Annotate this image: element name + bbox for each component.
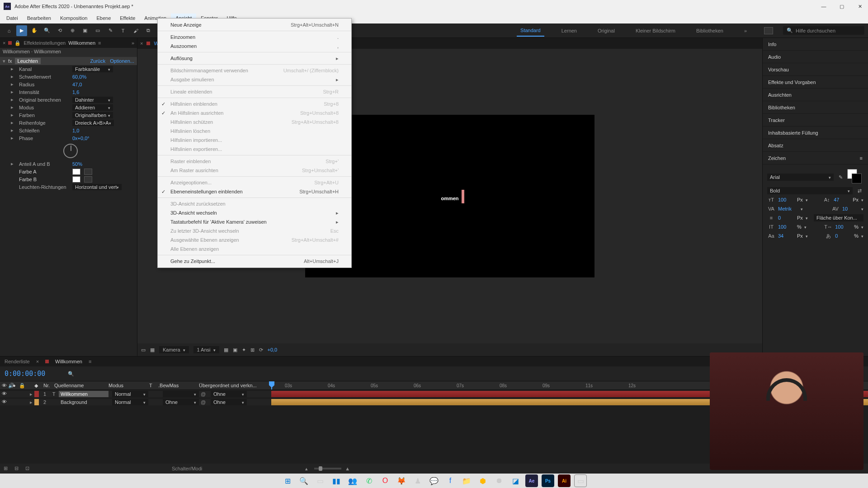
rect-tool-icon[interactable]: ▭ — [92, 25, 103, 36]
effect-options[interactable]: Optionen... — [110, 58, 134, 64]
timecode[interactable]: 0:00:00:00 — [5, 370, 45, 378]
panel-effekte-und-vorgaben[interactable]: Effekte und Vorgaben — [763, 76, 868, 89]
vc-mask-icon[interactable]: ▣ — [233, 347, 237, 353]
tab-effekteinstellungen[interactable]: Effekteinstellungen — [24, 40, 66, 46]
prop-value[interactable]: 1,6 — [72, 89, 79, 95]
menu-bearbeiten[interactable]: Bearbeiten — [23, 14, 56, 23]
vc-pixel-icon[interactable]: ⊞ — [250, 347, 255, 353]
panel-info[interactable]: Info — [763, 38, 868, 51]
panel-inhaltsbasierte-füllung[interactable]: Inhaltsbasierte Füllung — [763, 127, 868, 139]
font-size-value[interactable]: 100 — [778, 197, 794, 202]
workspace-grid-icon[interactable] — [764, 27, 773, 34]
blend-mode-dd[interactable]: Normal — [112, 391, 148, 397]
label-color[interactable] — [34, 399, 39, 405]
vscale-value[interactable]: 100 — [778, 224, 794, 230]
app3-icon[interactable]: ▭ — [574, 474, 587, 487]
parent-pickwhip-icon[interactable]: @ — [201, 391, 207, 397]
facebook-icon[interactable]: f — [444, 474, 457, 487]
messenger-icon[interactable]: 💬 — [428, 474, 440, 487]
vscode-icon[interactable]: ◪ — [509, 474, 522, 487]
minimize-button[interactable]: — — [819, 2, 828, 11]
parent-dd[interactable]: Ohne — [211, 391, 247, 397]
blend-mode-dd[interactable]: Normal — [112, 399, 148, 405]
panel-absatz[interactable]: Absatz — [763, 139, 868, 152]
prop-richtungen-dd[interactable]: Horizontal und vert — [72, 184, 122, 190]
close-button[interactable]: ✕ — [855, 2, 864, 11]
eyedropper-a-icon[interactable] — [84, 169, 92, 175]
tl-tab-renderliste[interactable]: Renderliste — [5, 359, 30, 364]
font-family-dd[interactable]: Arial — [767, 174, 834, 181]
tl-zoom-slider[interactable] — [314, 468, 341, 469]
menu-item[interactable]: Tastaturbefehl für 'Aktive Kamera' zuwei… — [158, 217, 351, 226]
trkmat-dd[interactable] — [163, 391, 199, 397]
phase-dial[interactable] — [63, 144, 78, 158]
orbit-tool-icon[interactable]: ⟲ — [54, 25, 65, 36]
anchor-tool-icon[interactable]: ▣ — [80, 25, 90, 36]
rotate-tool-icon[interactable]: ⊕ — [67, 25, 78, 36]
workspace-overflow-icon[interactable]: » — [741, 25, 750, 36]
menu-item[interactable]: ✓Ebeneneinstellungen einblendenStrg+Umsc… — [158, 187, 351, 196]
whatsapp-icon[interactable]: ✆ — [363, 474, 375, 487]
home-icon[interactable]: ⌂ — [4, 25, 14, 36]
taskbar-search-icon[interactable]: 🔍 — [297, 474, 310, 487]
tl-tab-close-icon[interactable]: × — [36, 359, 39, 364]
tab-willkommen[interactable]: Willkommen — [68, 40, 95, 46]
panel-tracker[interactable]: Tracker — [763, 114, 868, 127]
prop-anteil-value[interactable]: 50% — [72, 161, 82, 167]
text-tool-icon[interactable]: T — [118, 25, 128, 36]
swap-colors-icon[interactable]: ⇄ — [855, 187, 863, 194]
taskview-icon[interactable]: ▭ — [314, 474, 326, 487]
zoom-tool-icon[interactable]: 🔍 — [42, 25, 52, 36]
parent-pickwhip-icon[interactable]: @ — [201, 399, 207, 405]
selection-tool-icon[interactable]: ▶ — [16, 25, 27, 36]
col-speaker-icon[interactable]: 🔊 — [8, 383, 13, 389]
prop-dropdown[interactable]: Farbkanäle — [72, 66, 113, 72]
menu-item[interactable]: Auflösung▸ — [158, 54, 351, 63]
col-eye-icon[interactable]: 👁 — [2, 383, 6, 388]
vc-grid-icon[interactable]: ▦ — [224, 347, 228, 353]
visibility-toggle[interactable]: 👁 — [2, 399, 8, 405]
effect-reset[interactable]: Zurück — [90, 58, 106, 64]
widgets-icon[interactable]: ▮▮ — [330, 474, 343, 487]
menu-ebene[interactable]: Ebene — [92, 14, 115, 23]
menu-item[interactable]: Neue AnzeigeStrg+Alt+Umschalt+N — [158, 20, 351, 29]
clone-tool-icon[interactable]: ⧉ — [143, 25, 154, 36]
tracking-value[interactable]: 10 — [842, 206, 859, 211]
tl-zoom-in-icon[interactable]: ▲ — [345, 466, 350, 471]
prop-value[interactable]: 47,0 — [72, 82, 82, 87]
opera-icon[interactable]: O — [379, 474, 392, 487]
col-lock-icon[interactable]: 🔒 — [19, 383, 25, 389]
vc-3d-icon[interactable]: ✦ — [242, 347, 246, 353]
kerning-value[interactable]: Metrik — [778, 206, 798, 211]
tl-toggle-3-icon[interactable]: ⊡ — [25, 465, 33, 472]
tl-tab-willkommen[interactable]: Willkommen — [55, 359, 82, 364]
parent-dd[interactable]: Ohne — [211, 399, 247, 405]
panel-menu-icon[interactable]: ≡ — [860, 155, 863, 161]
effect-name[interactable]: Leuchten — [15, 58, 41, 64]
panel-bibliotheken[interactable]: Bibliotheken — [763, 101, 868, 114]
comp-tab-close-icon[interactable]: × — [140, 41, 143, 46]
search-help-input[interactable]: 🔍 Hilfe durchsuchen — [783, 26, 864, 35]
menu-effekte[interactable]: Effekte — [115, 14, 140, 23]
workspace-lernen[interactable]: Lernen — [558, 25, 580, 36]
tl-toggle-2-icon[interactable]: ⊟ — [14, 465, 22, 472]
swatch-b[interactable] — [72, 176, 80, 183]
app2-icon[interactable]: ⬢ — [476, 474, 489, 487]
eyedropper-b-icon[interactable] — [84, 176, 92, 183]
ai-icon[interactable]: Ai — [558, 474, 571, 487]
panel-overflow-icon[interactable]: » — [132, 40, 134, 46]
brush-tool-icon[interactable]: 🖌 — [130, 25, 141, 36]
menu-datei[interactable]: Datei — [2, 14, 23, 23]
col-solo-icon[interactable]: ● — [13, 383, 19, 388]
layer-name[interactable]: Background — [59, 399, 108, 405]
panel-close-icon[interactable]: × — [3, 40, 5, 46]
maximize-button[interactable]: ▢ — [837, 2, 846, 11]
prop-value[interactable]: 60,0% — [72, 74, 86, 80]
vc-refresh-icon[interactable]: ⟳ — [259, 347, 263, 353]
tl-search-icon[interactable]: 🔍 — [68, 371, 74, 377]
explorer-icon[interactable]: 📁 — [460, 474, 473, 487]
prop-value[interactable]: 1,0 — [72, 128, 79, 133]
prop-value[interactable]: 0x+0,0° — [72, 136, 90, 141]
baseline-value[interactable]: 34 — [778, 233, 794, 239]
menu-komposition[interactable]: Komposition — [56, 14, 92, 23]
